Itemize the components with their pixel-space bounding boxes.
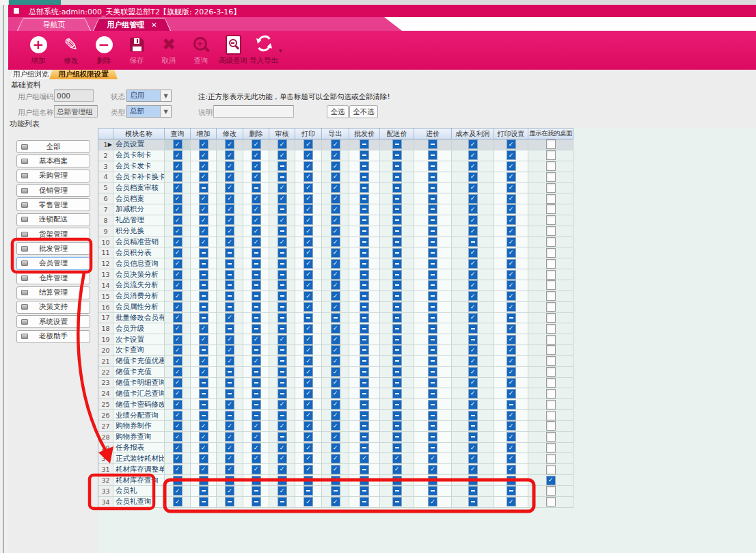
checkbox-nofunction-icon[interactable] <box>360 204 369 214</box>
checkbox-checked-icon[interactable]: ✓ <box>468 270 478 280</box>
checkbox-nofunction-icon[interactable] <box>468 486 478 496</box>
permission-cell-增加[interactable]: ✓ <box>191 421 217 432</box>
permission-cell-进价[interactable]: ✓ <box>414 497 452 508</box>
permission-cell-批发价[interactable] <box>349 313 380 324</box>
permission-cell-增加[interactable]: ✓ <box>191 323 217 334</box>
checkbox-nofunction-icon[interactable] <box>428 378 437 388</box>
permission-cell-增加[interactable]: ✓ <box>191 367 217 378</box>
checkbox-checked-icon[interactable]: ✓ <box>173 335 183 345</box>
permission-cell-审核[interactable]: ✓ <box>269 215 295 226</box>
permission-cell-打印[interactable]: ✓ <box>295 183 322 193</box>
checkbox-checked-icon[interactable]: ✓ <box>173 411 183 420</box>
toolbar-button-advanced-search[interactable]: 高级查询 <box>217 33 249 68</box>
permission-cell-成本及利润[interactable] <box>452 410 494 421</box>
permission-cell-审核[interactable] <box>269 410 295 421</box>
checkbox-nofunction-icon[interactable] <box>428 194 437 204</box>
permission-cell-审核[interactable]: ✓ <box>269 399 295 410</box>
permission-cell-配送价[interactable] <box>380 183 414 193</box>
permission-cell-打印[interactable]: ✓ <box>295 323 322 334</box>
checkbox-nofunction-icon[interactable] <box>392 270 402 280</box>
permission-cell-查询[interactable]: ✓ <box>165 345 191 356</box>
permission-cell-删除[interactable]: ✓ <box>243 172 269 183</box>
checkbox-nofunction-icon[interactable] <box>392 139 402 149</box>
permission-cell-desktop[interactable] <box>528 237 573 248</box>
permission-cell-查询[interactable]: ✓ <box>165 258 191 269</box>
checkbox-nofunction-icon[interactable] <box>428 237 437 247</box>
checkbox-checked-icon[interactable]: ✓ <box>225 313 234 323</box>
checkbox-nofunction-icon[interactable] <box>199 248 208 258</box>
permission-cell-查询[interactable]: ✓ <box>165 193 191 204</box>
desktop-checkbox-icon[interactable] <box>546 139 556 149</box>
description-field[interactable] <box>213 105 294 118</box>
checkbox-checked-icon[interactable]: ✓ <box>199 161 208 171</box>
permission-cell-删除[interactable]: ✓ <box>243 356 269 367</box>
checkbox-checked-icon[interactable]: ✓ <box>428 497 437 507</box>
checkbox-nofunction-icon[interactable] <box>225 248 234 258</box>
checkbox-checked-icon[interactable]: ✓ <box>199 421 208 431</box>
permission-cell-删除[interactable] <box>243 280 269 291</box>
checkbox-checked-icon[interactable]: ✓ <box>303 497 313 507</box>
checkbox-checked-icon[interactable]: ✓ <box>331 367 340 377</box>
permission-cell-增加[interactable]: ✓ <box>191 432 217 443</box>
checkbox-checked-icon[interactable]: ✓ <box>331 378 340 388</box>
column-header-配送价[interactable]: 配送价 <box>380 129 414 139</box>
checkbox-checked-icon[interactable]: ✓ <box>303 150 313 160</box>
permission-cell-删除[interactable]: ✓ <box>243 139 269 150</box>
checkbox-checked-icon[interactable]: ✓ <box>303 302 313 312</box>
desktop-checkbox-icon[interactable] <box>546 324 556 334</box>
permission-cell-配送价[interactable] <box>380 280 414 291</box>
checkbox-nofunction-icon[interactable] <box>428 411 437 420</box>
checkbox-checked-icon[interactable]: ✓ <box>225 486 234 496</box>
permission-cell-审核[interactable] <box>269 172 295 183</box>
checkbox-nofunction-icon[interactable] <box>278 432 287 442</box>
permission-cell-修改[interactable] <box>217 302 243 313</box>
checkbox-nofunction-icon[interactable] <box>278 226 287 236</box>
checkbox-nofunction-icon[interactable] <box>252 367 261 377</box>
checkbox-checked-icon[interactable]: ✓ <box>199 194 208 204</box>
checkbox-nofunction-icon[interactable] <box>428 389 437 399</box>
permission-cell-查询[interactable]: ✓ <box>165 367 191 378</box>
type-select[interactable]: 总部 ▼ <box>126 105 172 118</box>
permission-cell-成本及利润[interactable]: ✓ <box>452 150 494 161</box>
desktop-checkbox-icon[interactable] <box>546 259 556 269</box>
permission-cell-导出[interactable]: ✓ <box>322 399 349 410</box>
checkbox-checked-icon[interactable]: ✓ <box>173 497 183 507</box>
sidebar-item-促销管理[interactable]: 促销管理 <box>16 184 90 197</box>
permission-cell-desktop[interactable] <box>528 323 573 334</box>
permission-cell-删除[interactable] <box>243 475 269 486</box>
sidebar-item-仓库管理[interactable]: 仓库管理 <box>16 271 90 284</box>
desktop-checkbox-icon[interactable] <box>546 443 556 453</box>
checkbox-nofunction-icon[interactable] <box>428 270 437 280</box>
permission-cell-查询[interactable]: ✓ <box>165 183 191 193</box>
permission-cell-查询[interactable]: ✓ <box>165 226 191 237</box>
permission-cell-配送价[interactable]: ✓ <box>380 464 414 475</box>
checkbox-nofunction-icon[interactable] <box>199 302 208 312</box>
checkbox-checked-icon[interactable]: ✓ <box>173 400 183 409</box>
permission-cell-成本及利润[interactable] <box>452 421 494 432</box>
permission-cell-批发价[interactable] <box>349 410 380 421</box>
sidebar-item-结算管理[interactable]: 结算管理 <box>16 286 90 299</box>
permission-cell-查询[interactable]: ✓ <box>165 269 191 280</box>
checkbox-nofunction-icon[interactable] <box>225 497 234 507</box>
checkbox-nofunction-icon[interactable] <box>278 291 287 301</box>
permission-cell-打印[interactable]: ✓ <box>295 464 322 475</box>
permission-cell-导出[interactable]: ✓ <box>322 183 349 193</box>
permission-cell-增加[interactable]: ✓ <box>191 464 217 475</box>
permission-cell-删除[interactable] <box>243 269 269 280</box>
permission-cell-打印[interactable]: ✓ <box>295 193 322 204</box>
checkbox-nofunction-icon[interactable] <box>360 411 369 420</box>
permission-cell-成本及利润[interactable]: ✓ <box>452 378 494 389</box>
subtab-user-group-browse[interactable]: 用户组浏览 <box>10 70 52 79</box>
permission-cell-删除[interactable] <box>243 183 269 193</box>
checkbox-nofunction-icon[interactable] <box>360 465 369 474</box>
permission-cell-打印设置[interactable]: ✓ <box>494 323 528 334</box>
checkbox-nofunction-icon[interactable] <box>468 335 478 345</box>
permission-cell-打印设置[interactable]: ✓ <box>494 237 528 248</box>
permission-cell-删除[interactable]: ✓ <box>243 204 269 215</box>
tab-navigation-page[interactable]: 导航页 <box>17 18 91 31</box>
checkbox-checked-icon[interactable]: ✓ <box>331 356 340 366</box>
checkbox-checked-icon[interactable]: ✓ <box>303 476 313 485</box>
permission-cell-审核[interactable] <box>269 475 295 486</box>
checkbox-nofunction-icon[interactable] <box>360 291 369 301</box>
permission-cell-修改[interactable]: ✓ <box>217 399 243 410</box>
